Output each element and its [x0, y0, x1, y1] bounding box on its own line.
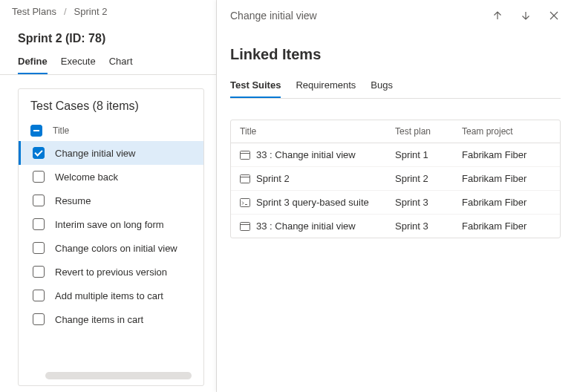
select-all-row: Title — [19, 120, 203, 141]
test-case-row[interactable]: Change initial view — [19, 141, 203, 165]
query-suite-icon — [240, 198, 250, 207]
breadcrumb-separator: / — [64, 6, 67, 17]
column-header-title[interactable]: Title — [240, 126, 395, 137]
static-suite-icon — [240, 222, 250, 231]
test-case-label: Revert to previous version — [55, 267, 167, 278]
detail-title: Change initial view — [230, 10, 317, 22]
static-suite-icon — [240, 151, 250, 160]
suite-title: 33 : Change initial view — [256, 220, 356, 232]
table-row[interactable]: 33 : Change initial viewSprint 1Fabrikam… — [231, 143, 560, 167]
detail-tab-test-suites[interactable]: Test Suites — [230, 74, 281, 98]
detail-tab-bugs[interactable]: Bugs — [371, 74, 393, 98]
cell-plan: Sprint 3 — [395, 197, 462, 208]
select-all-checkbox[interactable] — [30, 125, 42, 137]
breadcrumb-item[interactable]: Sprint 2 — [74, 6, 108, 17]
detail-header: Change initial view — [230, 7, 561, 28]
svg-rect-0 — [241, 151, 250, 159]
cell-title: 33 : Change initial view — [240, 149, 395, 160]
test-case-label: Welcome back — [55, 172, 118, 183]
table-header-row: Title Test plan Team project — [231, 120, 560, 143]
column-header-plan[interactable]: Test plan — [395, 126, 462, 137]
cell-project: Fabrikam Fiber — [462, 149, 551, 160]
test-case-checkbox[interactable] — [33, 195, 45, 206]
table-row[interactable]: Sprint 3 query-based suiteSprint 3Fabrik… — [231, 191, 560, 215]
test-case-label: Change initial view — [55, 148, 135, 159]
cell-plan: Sprint 3 — [395, 220, 462, 232]
cell-project: Fabrikam Fiber — [462, 220, 551, 232]
detail-pane: Change initial view Linked Items Test Su… — [217, 0, 574, 392]
close-icon — [548, 10, 560, 22]
test-case-row[interactable]: Change colors on initial view — [19, 236, 203, 260]
test-case-label: Add multiple items to cart — [55, 290, 163, 301]
linked-items-title: Linked Items — [230, 28, 561, 74]
test-case-row[interactable]: Revert to previous version — [19, 260, 203, 284]
test-cases-panel: Test Cases (8 items) Title Change initia… — [18, 88, 204, 386]
test-case-list: Change initial viewWelcome backResumeInt… — [19, 141, 203, 372]
svg-rect-5 — [241, 222, 250, 230]
test-case-checkbox[interactable] — [33, 242, 45, 254]
linked-items-table: Title Test plan Team project 33 : Change… — [230, 120, 561, 238]
close-button[interactable] — [547, 9, 561, 22]
test-case-label: Change items in cart — [55, 314, 143, 325]
test-case-row[interactable]: Change items in cart — [19, 307, 203, 331]
test-case-checkbox[interactable] — [33, 218, 45, 230]
table-row[interactable]: Sprint 2Sprint 2Fabrikam Fiber — [231, 167, 560, 191]
cell-plan: Sprint 1 — [395, 149, 462, 160]
cell-title: 33 : Change initial view — [240, 220, 395, 232]
previous-button[interactable] — [491, 9, 504, 22]
test-case-row[interactable]: Resume — [19, 189, 203, 212]
breadcrumb: Test Plans / Sprint 2 — [0, 0, 216, 23]
static-suite-icon — [240, 174, 250, 183]
test-case-row[interactable]: Add multiple items to cart — [19, 284, 203, 307]
horizontal-scrollbar[interactable] — [45, 372, 192, 379]
test-case-label: Change colors on initial view — [55, 243, 177, 254]
arrow-up-icon — [492, 10, 503, 22]
suite-title: 33 : Change initial view — [256, 149, 356, 160]
column-header-project[interactable]: Team project — [462, 126, 551, 137]
test-case-checkbox[interactable] — [33, 171, 45, 183]
suite-title: Sprint 2 — [256, 173, 290, 184]
table-row[interactable]: 33 : Change initial viewSprint 3Fabrikam… — [231, 215, 560, 238]
arrow-down-icon — [520, 10, 532, 22]
svg-rect-2 — [241, 174, 250, 183]
tab-execute[interactable]: Execute — [61, 50, 96, 74]
breadcrumb-item[interactable]: Test Plans — [12, 6, 56, 17]
test-case-row[interactable]: Interim save on long form — [19, 212, 203, 236]
left-pane: Test Plans / Sprint 2 Sprint 2 (ID: 78) … — [0, 0, 217, 392]
detail-actions — [491, 9, 561, 22]
test-case-checkbox[interactable] — [33, 290, 45, 301]
detail-tab-requirements[interactable]: Requirements — [296, 74, 356, 98]
test-case-label: Resume — [55, 195, 91, 206]
column-header-title[interactable]: Title — [53, 125, 69, 136]
tab-chart[interactable]: Chart — [109, 50, 133, 74]
test-case-checkbox[interactable] — [33, 147, 45, 159]
next-button[interactable] — [519, 9, 532, 22]
tab-define[interactable]: Define — [18, 50, 48, 74]
test-case-checkbox[interactable] — [33, 266, 45, 278]
main-tabs: DefineExecuteChart — [0, 50, 216, 75]
svg-rect-4 — [241, 198, 250, 206]
test-case-label: Interim save on long form — [55, 219, 164, 230]
cell-title: Sprint 2 — [240, 173, 395, 184]
cell-project: Fabrikam Fiber — [462, 197, 551, 208]
cell-plan: Sprint 2 — [395, 173, 462, 184]
detail-tabs: Test SuitesRequirementsBugs — [230, 74, 561, 99]
test-case-row[interactable]: Welcome back — [19, 165, 203, 189]
cell-title: Sprint 3 query-based suite — [240, 197, 395, 208]
test-cases-header: Test Cases (8 items) — [19, 89, 203, 120]
test-case-checkbox[interactable] — [33, 313, 45, 325]
page-title: Sprint 2 (ID: 78) — [0, 23, 216, 50]
cell-project: Fabrikam Fiber — [462, 173, 551, 184]
suite-title: Sprint 3 query-based suite — [256, 197, 369, 208]
